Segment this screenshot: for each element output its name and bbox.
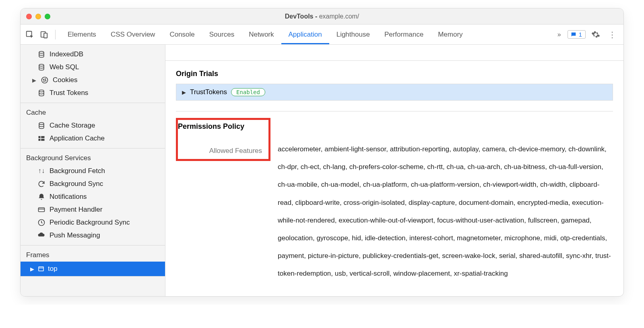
more-menu-icon[interactable]: ⋮ [606, 30, 619, 39]
svg-point-3 [39, 52, 44, 54]
tab-sources[interactable]: Sources [202, 25, 242, 44]
svg-point-9 [45, 80, 46, 81]
sidebar-section-cache: Cache [21, 106, 165, 119]
window-title-url: example.com/ [319, 13, 359, 20]
trial-status-badge: Enabled [231, 88, 265, 96]
svg-point-5 [42, 77, 48, 83]
tab-css-overview[interactable]: CSS Overview [103, 25, 163, 44]
sidebar-item-websql[interactable]: Web SQL [21, 61, 165, 74]
sidebar-item-label: Cookies [53, 76, 77, 84]
panel-tabs: Elements CSS Overview Console Sources Ne… [60, 25, 553, 44]
sidebar-item-background-sync[interactable]: Background Sync [21, 177, 165, 190]
sidebar-item-label: Payment Handler [50, 206, 102, 214]
svg-rect-16 [39, 208, 45, 212]
sidebar-item-notifications[interactable]: Notifications [21, 190, 165, 203]
sidebar-section-background: Background Services [21, 152, 165, 165]
tab-network[interactable]: Network [242, 25, 281, 44]
permissions-policy-section: Permissions Policy Allowed Features acce… [176, 118, 613, 283]
svg-rect-19 [39, 267, 43, 271]
svg-point-6 [43, 79, 44, 80]
sidebar-item-label: Background Sync [50, 180, 103, 188]
sidebar-item-application-cache[interactable]: Application Cache [21, 132, 165, 145]
sidebar-section-frames: Frames [21, 249, 165, 262]
sidebar-item-label: Web SQL [50, 63, 79, 71]
sidebar-item-background-fetch[interactable]: ↑↓ Background Fetch [21, 165, 165, 177]
settings-gear-icon[interactable] [590, 29, 602, 41]
svg-point-10 [39, 90, 44, 92]
tab-elements[interactable]: Elements [60, 25, 103, 44]
sidebar-item-label: IndexedDB [50, 50, 83, 58]
separator [55, 30, 56, 39]
sidebar-item-label: Background Fetch [50, 167, 105, 175]
updown-icon: ↑↓ [37, 167, 45, 175]
sidebar-item-label: top [48, 265, 58, 273]
permissions-policy-heading: Permissions Policy [178, 122, 264, 131]
device-toggle-icon[interactable] [38, 29, 50, 41]
sidebar-item-cache-storage[interactable]: Cache Storage [21, 119, 165, 132]
svg-rect-15 [41, 139, 44, 141]
console-message-count: 1 [579, 31, 582, 38]
permissions-policy-highlight: Permissions Policy Allowed Features [176, 118, 270, 161]
svg-point-7 [45, 79, 46, 80]
sidebar-item-frame-top[interactable]: ▶ top [21, 262, 165, 276]
svg-rect-2 [44, 33, 47, 38]
window-title: DevTools - example.com/ [21, 13, 623, 20]
sidebar-item-label: Application Cache [50, 134, 105, 142]
devtools-window: DevTools - example.com/ Elements CSS Ove… [20, 8, 624, 297]
origin-trials-heading: Origin Trials [176, 70, 613, 78]
tab-performance[interactable]: Performance [377, 25, 431, 44]
sidebar-item-label: Cache Storage [50, 122, 95, 130]
sidebar-item-payment-handler[interactable]: Payment Handler [21, 203, 165, 216]
main-content: Origin Trials ▶ TrustTokens Enabled Perm… [165, 45, 623, 296]
expand-arrow-icon: ▶ [182, 89, 186, 95]
svg-rect-14 [39, 139, 41, 141]
tab-lighthouse[interactable]: Lighthouse [329, 25, 377, 44]
origin-trial-row[interactable]: ▶ TrustTokens Enabled [176, 84, 613, 101]
tab-memory[interactable]: Memory [431, 25, 470, 44]
console-messages-badge[interactable]: 1 [568, 30, 586, 39]
more-tabs-chevron-icon[interactable]: » [555, 31, 564, 38]
expand-arrow-icon: ▶ [32, 77, 37, 83]
allowed-features-label: Allowed Features [178, 147, 264, 155]
origin-trials-section: Origin Trials ▶ TrustTokens Enabled [176, 70, 613, 101]
sidebar-item-push-messaging[interactable]: Push Messaging [21, 229, 165, 242]
svg-rect-12 [39, 136, 41, 138]
sidebar-item-trust-tokens[interactable]: Trust Tokens [21, 87, 165, 99]
svg-rect-13 [41, 136, 44, 138]
window-title-prefix: DevTools - [285, 13, 319, 20]
expand-arrow-icon: ▶ [30, 266, 34, 272]
sidebar-item-label: Push Messaging [50, 231, 100, 239]
svg-point-8 [44, 81, 45, 82]
sidebar-item-periodic-sync[interactable]: Periodic Background Sync [21, 216, 165, 229]
sidebar-item-indexeddb[interactable]: IndexedDB [21, 48, 165, 61]
titlebar: DevTools - example.com/ [21, 8, 623, 25]
allowed-features-list: accelerometer, ambient-light-sensor, att… [278, 118, 613, 283]
sidebar-item-label: Notifications [50, 193, 87, 201]
trial-name: TrustTokens [190, 88, 227, 96]
tab-application[interactable]: Application [281, 25, 329, 44]
toolbar: Elements CSS Overview Console Sources Ne… [21, 25, 623, 45]
svg-point-4 [39, 64, 44, 66]
sidebar-item-label: Trust Tokens [50, 89, 88, 97]
application-sidebar: IndexedDB Web SQL ▶ Cookies Trust Tokens [21, 45, 165, 296]
sidebar-item-label: Periodic Background Sync [50, 219, 130, 227]
inspect-element-icon[interactable] [24, 29, 36, 41]
sidebar-item-cookies[interactable]: ▶ Cookies [21, 74, 165, 87]
tab-console[interactable]: Console [162, 25, 202, 44]
svg-point-11 [39, 123, 44, 125]
